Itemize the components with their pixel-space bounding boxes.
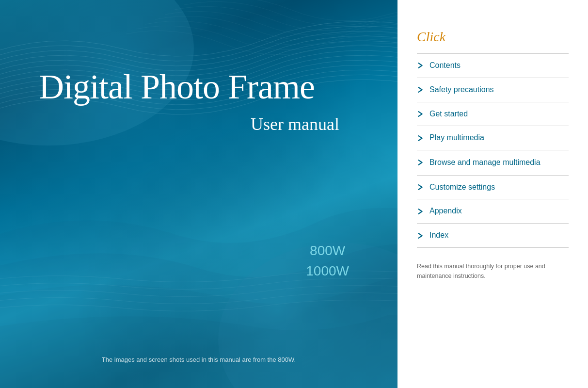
model-1000w: 1000W — [306, 261, 349, 281]
footer-disclaimer: The images and screen shots used in this… — [0, 355, 397, 364]
nav-item-safety[interactable]: Safety precautions — [417, 78, 569, 102]
nav-label-get-started: Get started — [429, 109, 468, 119]
nav-item-play-multimedia[interactable]: Play multimedia — [417, 126, 569, 150]
nav-label-appendix: Appendix — [429, 206, 462, 216]
manual-footer-text: Read this manual thoroughly for proper u… — [417, 261, 569, 281]
nav-item-contents[interactable]: Contents — [417, 54, 569, 78]
arrow-icon-browse — [417, 159, 424, 166]
nav-item-index[interactable]: Index — [417, 224, 569, 248]
nav-label-play-multimedia: Play multimedia — [429, 133, 484, 143]
nav-label-index: Index — [429, 230, 448, 241]
footer-text: The images and screen shots used in this… — [102, 356, 296, 363]
nav-label-contents: Contents — [429, 61, 461, 71]
model-numbers: 800W 1000W — [306, 241, 349, 281]
arrow-icon-play — [417, 135, 424, 142]
nav-label-browse-multimedia: Browse and manage multimedia — [429, 157, 540, 168]
page-subtitle: User manual — [39, 114, 339, 134]
arrow-icon-appendix — [417, 208, 424, 215]
nav-item-appendix[interactable]: Appendix — [417, 199, 569, 224]
nav-item-get-started[interactable]: Get started — [417, 102, 569, 127]
right-panel: Click Contents Safety precautions Get st… — [397, 0, 588, 388]
nav-label-safety: Safety precautions — [429, 85, 494, 95]
page-title: Digital Photo Frame — [39, 68, 368, 106]
arrow-icon-safety — [417, 86, 424, 93]
click-heading: Click — [417, 29, 569, 45]
arrow-icon-contents — [417, 62, 424, 69]
arrow-icon-get-started — [417, 111, 424, 117]
arrow-icon-customize — [417, 184, 424, 191]
arrow-icon-index — [417, 232, 424, 239]
nav-label-customize: Customize settings — [429, 182, 495, 193]
left-panel: Digital Photo Frame User manual 800W 100… — [0, 0, 397, 388]
nav-item-customize[interactable]: Customize settings — [417, 176, 569, 200]
model-800w: 800W — [306, 241, 349, 261]
nav-item-browse-multimedia[interactable]: Browse and manage multimedia — [417, 150, 569, 175]
